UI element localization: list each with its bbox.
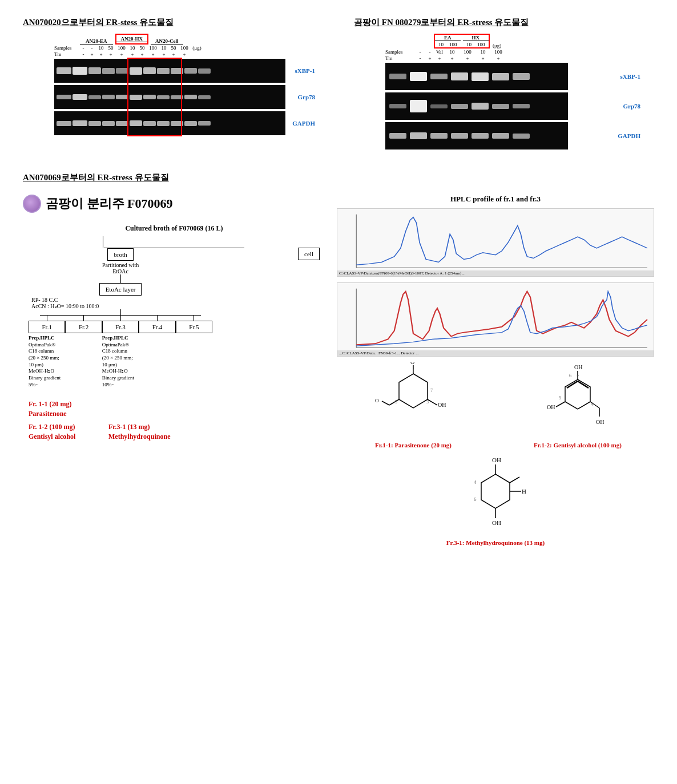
structures-row: O 1 OH 3 O 5 7 Fr.1-1: Parasitenone (20 … bbox=[337, 362, 654, 448]
samples-label: Samples bbox=[54, 45, 80, 51]
svg-text:OH: OH bbox=[547, 404, 555, 410]
gapdh-label-right: GAPDH bbox=[618, 132, 640, 139]
right-gel-panel: 곰팡이 FN 080279로부터의 ER-stress 유도물질 EA 1010… bbox=[354, 17, 611, 149]
tm-values-right: - + + + + + + bbox=[417, 55, 505, 61]
fr2-node: Fr.2 bbox=[65, 321, 102, 333]
svg-marker-18 bbox=[565, 379, 590, 409]
svg-text:OH: OH bbox=[492, 456, 501, 463]
grp78-label-right: Grp78 bbox=[623, 103, 640, 110]
hplc-chart1-caption: C:\CLASS-VP\Data\proj\FN69-6(1%MeOH)3-10… bbox=[337, 270, 654, 276]
broth-node: broth bbox=[107, 248, 133, 261]
hplc-title: HPLC profile of fr.1 and fr.3 bbox=[337, 195, 654, 204]
grp78-label-left: Grp78 bbox=[297, 94, 315, 100]
svg-line-10 bbox=[428, 399, 437, 405]
sxbp1-label: sXBP-1 bbox=[295, 67, 315, 74]
bottom-section: 곰팡이 분리주 F070069 Cultured broth of F07006… bbox=[23, 195, 654, 546]
fr5-node: Fr.5 bbox=[176, 321, 212, 333]
middle-title: AN070069로부터의 ER-stress 유도물질 bbox=[23, 172, 654, 183]
fr4-node: Fr.4 bbox=[139, 321, 175, 333]
gentisyl-svg: OH OH OH 7 4 5 6 bbox=[538, 362, 618, 437]
svg-line-14 bbox=[382, 401, 389, 405]
right-title: 곰팡이 FN 080279로부터의 ER-stress 유도물질 bbox=[354, 17, 611, 28]
cell-node: cell bbox=[298, 248, 320, 260]
svg-text:6: 6 bbox=[474, 496, 477, 502]
partitioned-label: Partitioned with EtOAc bbox=[29, 262, 212, 274]
svg-line-39 bbox=[510, 477, 519, 483]
fr1-node: Fr.1 bbox=[29, 321, 65, 333]
tm-values: - + + + + + + + + + + bbox=[80, 51, 190, 57]
middle-section: AN070069로부터의 ER-stress 유도물질 bbox=[23, 172, 654, 183]
sxbp1-label-right: sXBP-1 bbox=[620, 73, 640, 80]
svg-text:O: O bbox=[375, 398, 379, 403]
svg-text:OH: OH bbox=[596, 419, 604, 425]
parasitenone-svg: O 1 OH 3 O 5 7 bbox=[373, 362, 453, 437]
svg-text:4: 4 bbox=[474, 479, 477, 485]
gapdh-label-left: GAPDH bbox=[292, 120, 315, 127]
fr3-prep-info: Prep.HPLC OptimaPak® C18 column (20 × 25… bbox=[102, 335, 139, 389]
top-section: AN070020으로부터의 ER-stess 유도물질 AN20-EA AN20… bbox=[23, 17, 654, 149]
flow-top-label: Cultured broth of F070069 (16 L) bbox=[29, 224, 320, 233]
fr3-1-label: Fr.3-1: Methylhydroquinone (13 mg) bbox=[337, 539, 654, 546]
methylhydroquinone-section: OH OH H 4 6 Fr.3-1: Methylhydroquinone (… bbox=[337, 454, 654, 546]
ug-label-right: (μg) bbox=[493, 43, 501, 49]
methylhydroquinone-svg: OH OH H 4 6 bbox=[450, 454, 541, 534]
val-label: Val bbox=[436, 49, 443, 55]
hplc-chart-1: C:\CLASS-VP\Data\proj\FN69-6(1%MeOH)3-10… bbox=[337, 208, 654, 277]
svg-text:7: 7 bbox=[577, 374, 579, 379]
rp-label: RP- 18 C.C AcCN : H₂O= 10:90 to 100:0 bbox=[31, 297, 212, 309]
tm-label: Tm bbox=[54, 51, 80, 57]
fr3-node: Fr.3 bbox=[102, 321, 139, 333]
an20-ea-label: AN20-EA bbox=[80, 38, 113, 45]
fungus-title-row: 곰팡이 분리주 F070069 bbox=[23, 195, 320, 213]
ea-label: EA bbox=[435, 35, 461, 41]
svg-text:7: 7 bbox=[430, 388, 433, 393]
left-title: AN070020으로부터의 ER-stess 유도물질 bbox=[23, 17, 285, 28]
fr1-2-label: Fr.1-2: Gentisyl alcohol (100 mg) bbox=[501, 442, 654, 448]
svg-line-23 bbox=[556, 402, 565, 407]
svg-rect-0 bbox=[337, 209, 654, 276]
etoac-layer-node: EtoAc layer bbox=[99, 283, 142, 296]
fr-results: Fr. 1-1 (20 mg) Parasitenone Fr. 1-2 (10… bbox=[29, 400, 320, 441]
svg-text:OH: OH bbox=[492, 519, 501, 526]
svg-text:5: 5 bbox=[559, 395, 561, 401]
samples-values: - - 10 50 100 10 50 100 10 50 100 (μg) bbox=[80, 45, 203, 51]
hplc-chart2-caption: ...C:\CLASS-VP\Data... FN69-fr3-1... Det… bbox=[337, 350, 654, 356]
svg-text:O: O bbox=[410, 362, 414, 365]
gentisyl-structure: OH OH OH 7 4 5 6 Fr.1-2: Gentisyl alcoho… bbox=[501, 362, 654, 448]
fr1-1-label: Fr.1-1: Parasitenone (20 mg) bbox=[337, 442, 490, 448]
svg-line-13 bbox=[389, 399, 399, 405]
right-hplc-panel: HPLC profile of fr.1 and fr.3 C:\CLASS-V… bbox=[337, 195, 654, 546]
fungus-icon bbox=[23, 195, 41, 213]
svg-text:3: 3 bbox=[426, 399, 429, 405]
an20-cell-label: AN20-Cell bbox=[151, 38, 183, 45]
hx-label: HX bbox=[463, 35, 489, 41]
left-gel-panel: AN070020으로부터의 ER-stess 유도물질 AN20-EA AN20… bbox=[23, 17, 285, 149]
svg-marker-6 bbox=[399, 374, 428, 408]
samples-label-right: Samples bbox=[385, 49, 417, 55]
svg-text:OH: OH bbox=[438, 402, 446, 408]
an20-hx-label: AN20-HX bbox=[116, 36, 148, 42]
tm-label-right: Tm bbox=[385, 55, 417, 61]
svg-text:1: 1 bbox=[412, 369, 414, 374]
svg-text:5: 5 bbox=[395, 399, 397, 405]
svg-text:4: 4 bbox=[591, 402, 593, 407]
hplc-chart-2: ...C:\CLASS-VP\Data... FN69-fr3-1... Det… bbox=[337, 282, 654, 357]
fungus-title-text: 곰팡이 분리주 F070069 bbox=[46, 195, 172, 212]
left-flow-panel: 곰팡이 분리주 F070069 Cultured broth of F07006… bbox=[23, 195, 320, 546]
samples-values-right: - - Val 10 100 10 100 bbox=[417, 49, 505, 55]
svg-text:6: 6 bbox=[569, 373, 571, 378]
parasitenone-structure: O 1 OH 3 O 5 7 Fr.1-1: Parasitenone (20 … bbox=[337, 362, 490, 448]
svg-marker-32 bbox=[481, 474, 510, 508]
svg-text:OH: OH bbox=[574, 364, 582, 370]
svg-text:H: H bbox=[522, 488, 526, 495]
fr1-prep-info: Prep.HPLC OptimaPak® C18 column (20 × 25… bbox=[29, 335, 65, 389]
svg-rect-3 bbox=[337, 283, 654, 356]
